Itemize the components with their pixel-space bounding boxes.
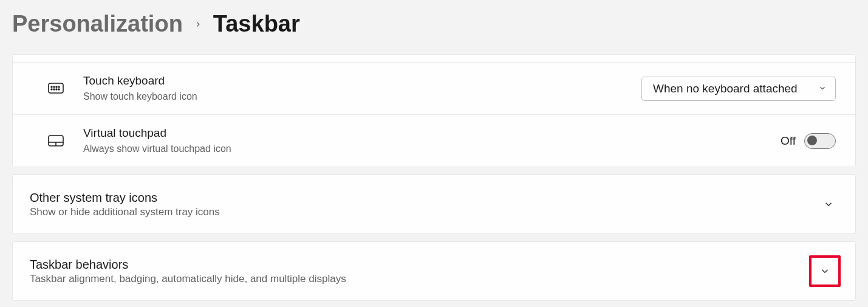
settings-group-taskbar-items: Touch keyboard Show touch keyboard icon …: [12, 54, 856, 167]
section-title: Other system tray icons: [30, 191, 819, 205]
chevron-right-icon: [194, 20, 202, 29]
svg-point-8: [58, 89, 60, 90]
toggle-state-label: Off: [781, 134, 796, 148]
setting-subtitle: Show touch keyboard icon: [83, 90, 641, 103]
section-title: Taskbar behaviors: [30, 258, 809, 272]
breadcrumb: Personalization Taskbar: [0, 0, 868, 54]
svg-rect-0: [49, 83, 63, 93]
setting-title: Touch keyboard: [83, 74, 641, 89]
virtual-touchpad-toggle[interactable]: [804, 133, 836, 149]
keyboard-icon: [29, 83, 83, 95]
chevron-down-icon[interactable]: [815, 261, 835, 281]
svg-point-2: [53, 86, 55, 88]
breadcrumb-current: Taskbar: [213, 11, 300, 37]
svg-point-3: [56, 86, 57, 88]
setting-row-virtual-touchpad: Virtual touchpad Always show virtual tou…: [13, 114, 855, 167]
chevron-down-icon: [818, 82, 827, 95]
chevron-down-icon[interactable]: [819, 195, 838, 214]
touchpad-icon: [29, 135, 83, 147]
svg-point-7: [56, 89, 57, 90]
setting-row-touch-keyboard: Touch keyboard Show touch keyboard icon …: [13, 63, 855, 114]
section-subtitle: Show or hide additional system tray icon…: [30, 206, 819, 218]
settings-section-taskbar-behaviors[interactable]: Taskbar behaviors Taskbar alignment, bad…: [12, 241, 856, 301]
section-text: Taskbar behaviors Taskbar alignment, bad…: [30, 258, 809, 285]
setting-title: Virtual touchpad: [83, 126, 781, 141]
breadcrumb-parent-link[interactable]: Personalization: [12, 11, 183, 37]
touch-keyboard-dropdown[interactable]: When no keyboard attached: [641, 77, 836, 101]
section-subtitle: Taskbar alignment, badging, automaticall…: [30, 273, 809, 285]
highlight-annotation: [809, 255, 841, 287]
setting-text: Touch keyboard Show touch keyboard icon: [83, 74, 641, 103]
svg-point-5: [51, 89, 52, 90]
dropdown-value: When no keyboard attached: [653, 82, 798, 95]
setting-subtitle: Always show virtual touchpad icon: [83, 142, 781, 156]
group-top-edge: [13, 55, 855, 63]
settings-section-other-tray-icons[interactable]: Other system tray icons Show or hide add…: [12, 174, 856, 234]
toggle-knob: [807, 136, 817, 145]
section-text: Other system tray icons Show or hide add…: [30, 191, 819, 218]
setting-text: Virtual touchpad Always show virtual tou…: [83, 126, 781, 156]
virtual-touchpad-toggle-group: Off: [781, 133, 836, 149]
svg-point-1: [51, 86, 52, 88]
svg-point-6: [53, 89, 55, 90]
svg-point-4: [58, 86, 60, 88]
